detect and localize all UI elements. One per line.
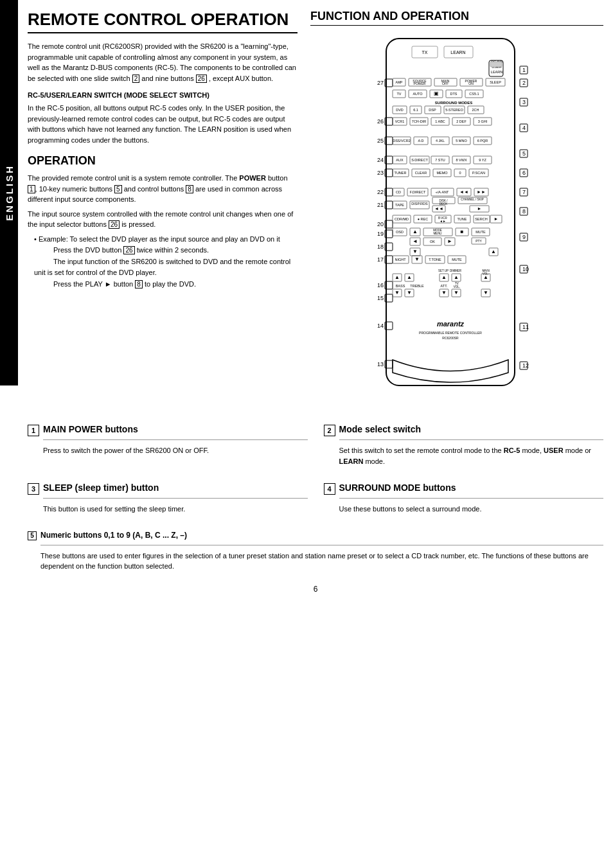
- desc-item-5: 5 Numeric buttons 0,1 to 9 (A, B, C ... …: [28, 531, 603, 572]
- btn-num-badge: 26: [196, 75, 207, 83]
- svg-text:SERCH: SERCH: [475, 217, 487, 221]
- op-power-bold: POWER: [239, 174, 266, 182]
- remote-container: TX LEARN RC-5/5 USER LEARN 27 26 25: [310, 32, 603, 398]
- svg-text:OK: OK: [430, 240, 435, 244]
- svg-text:TUNER: TUNER: [395, 171, 407, 175]
- svg-text:►►: ►►: [477, 190, 486, 194]
- descriptions-grid: 1 MAIN POWER buttons Press to switch the…: [28, 424, 603, 578]
- svg-text:5-STEREO: 5-STEREO: [445, 108, 463, 112]
- svg-text:MENU: MENU: [433, 232, 441, 235]
- svg-text:18: 18: [377, 244, 384, 250]
- op-body7: is pressed.: [120, 220, 155, 228]
- op-body6: The input source system controlled with …: [28, 210, 293, 229]
- svg-text:OFF: OFF: [442, 82, 449, 85]
- svg-text:DSS/VCR2: DSS/VCR2: [393, 139, 411, 143]
- desc-num-3: 3: [28, 483, 39, 495]
- svg-text:P.SCAN: P.SCAN: [472, 171, 485, 175]
- desc-body-5: These buttons are used to enter figures …: [40, 551, 603, 572]
- svg-text:AUTO: AUTO: [413, 92, 423, 96]
- intro-part3: , except AUX button.: [209, 75, 273, 82]
- right-column: FUNCTION AND OPERATION TX LEARN RC-5/5 U…: [310, 10, 603, 408]
- desc-item-1: 1 MAIN POWER buttons Press to switch the…: [28, 424, 308, 466]
- desc-body-2: Set this switch to set the remote contro…: [339, 445, 604, 466]
- operation-body: The provided remote control unit is a sy…: [28, 173, 298, 205]
- op-btn26: 26: [109, 220, 120, 229]
- svg-text:ATT.: ATT.: [441, 284, 448, 288]
- svg-rect-9: [490, 62, 502, 67]
- svg-text:MEMO: MEMO: [436, 171, 448, 175]
- rc-section-heading: RC-5/USER/LEARN SWITCH (MODE SELECT SWIT…: [28, 91, 298, 99]
- op-btn5: 5: [114, 185, 122, 193]
- svg-text:OSD: OSD: [396, 230, 404, 234]
- svg-text:▼: ▼: [407, 290, 412, 296]
- op-btn26b: 26: [123, 246, 134, 254]
- svg-text:22: 22: [377, 189, 384, 195]
- svg-text:CS5.1: CS5.1: [469, 92, 479, 96]
- svg-text:6: 6: [522, 170, 526, 176]
- svg-text:25: 25: [377, 137, 384, 144]
- svg-text:▼: ▼: [483, 290, 488, 296]
- svg-text:6.1: 6.1: [413, 108, 418, 112]
- svg-text:F.DIRECT: F.DIRECT: [410, 190, 426, 194]
- svg-text:▲: ▲: [407, 274, 412, 280]
- desc-item-4: 4 SURROUND MODE buttons Use these button…: [324, 483, 604, 515]
- sidebar: ENGLISH: [0, 0, 18, 385]
- svg-text:AMP: AMP: [396, 80, 404, 84]
- svg-text:1 ABC: 1 ABC: [435, 120, 445, 123]
- remote-svg: TX LEARN RC-5/5 USER LEARN 27 26 25: [348, 32, 566, 398]
- operation-body2: The input source system controlled with …: [28, 209, 298, 230]
- desc-content-1: MAIN POWER buttons Press to switch the p…: [43, 424, 308, 456]
- svg-text:DECK: DECK: [440, 202, 448, 206]
- op-example2: twice within 2 seconds.: [135, 246, 209, 254]
- switch-num-badge: 2: [132, 75, 140, 83]
- svg-text:▼: ▼: [414, 256, 420, 262]
- svg-text:23: 23: [377, 170, 384, 176]
- svg-text:SURROUND MODES: SURROUND MODES: [435, 101, 472, 105]
- svg-text:19: 19: [377, 231, 384, 237]
- svg-text:9 YZ: 9 YZ: [479, 158, 486, 162]
- op-example1: Press the DVD button: [53, 246, 123, 254]
- svg-text:3 GHI: 3 GHI: [478, 120, 488, 123]
- svg-text:►: ►: [494, 217, 499, 221]
- svg-text:7: 7: [522, 189, 526, 195]
- sidebar-label: ENGLISH: [4, 164, 15, 221]
- svg-text:◄►: ◄►: [440, 219, 446, 223]
- svg-text:5: 5: [522, 150, 526, 157]
- svg-text:1: 1: [522, 67, 526, 73]
- svg-text:SET UP: SET UP: [438, 269, 449, 272]
- svg-text:DTS: DTS: [450, 92, 458, 96]
- svg-text:16: 16: [377, 282, 384, 288]
- desc-num-2: 2: [324, 425, 335, 436]
- svg-text:▲: ▲: [413, 229, 418, 235]
- svg-text:▣: ▣: [434, 91, 439, 96]
- op-example5: to play the DVD.: [143, 280, 196, 288]
- svg-text:4 JKL: 4 JKL: [436, 139, 445, 143]
- op-btn8: 8: [186, 185, 193, 193]
- svg-text:PTY: PTY: [475, 239, 482, 243]
- svg-text:MUTE: MUTE: [475, 230, 486, 234]
- svg-text:● REC: ● REC: [418, 217, 428, 221]
- svg-text:20: 20: [377, 221, 384, 227]
- svg-text:DISP.RDS: DISP.RDS: [411, 202, 428, 206]
- svg-text:►: ►: [447, 238, 452, 244]
- svg-text:2: 2: [522, 80, 526, 86]
- svg-text:POWER: POWER: [414, 82, 426, 85]
- svg-text:◄◄: ◄◄: [459, 190, 468, 194]
- svg-text:T.TONE: T.TONE: [429, 258, 441, 261]
- desc-title-5: Numeric buttons 0,1 to 9 (A, B, C ... Z,…: [40, 531, 603, 540]
- intro-part2: and nine buttons: [141, 75, 195, 82]
- svg-text:▼: ▼: [454, 290, 459, 296]
- svg-text:►: ►: [477, 206, 482, 211]
- left-column: REMOTE CONTROL OPERATION The remote cont…: [28, 10, 298, 408]
- svg-text:8 VWX: 8 VWX: [456, 158, 466, 162]
- desc-title-3: SLEEP (sleep timer) button: [43, 483, 308, 493]
- svg-text:VOL.: VOL.: [454, 285, 460, 288]
- svg-text:CLEAR: CLEAR: [415, 171, 427, 175]
- svg-text:14: 14: [377, 323, 384, 329]
- svg-text:7 STU: 7 STU: [435, 158, 445, 162]
- intro-text: The remote control unit (RC6200SR) provi…: [28, 41, 298, 84]
- svg-text:AUX: AUX: [396, 158, 404, 162]
- svg-text:DVD: DVD: [396, 108, 404, 112]
- desc-body-3: This button is used for setting the slee…: [43, 504, 308, 515]
- svg-text:◄: ◄: [413, 238, 418, 244]
